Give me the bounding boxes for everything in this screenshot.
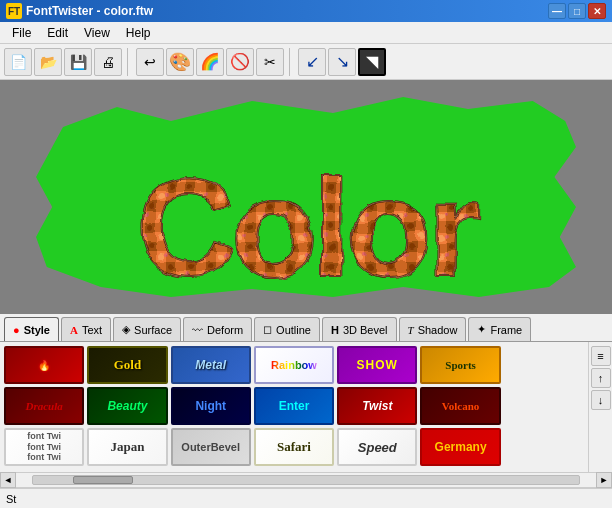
side-down-button[interactable]: ↓ xyxy=(591,390,611,410)
side-up-button[interactable]: ↑ xyxy=(591,368,611,388)
style-button[interactable]: 🎨 xyxy=(166,48,194,76)
toolbar: 📄 📂 💾 🖨 ↩ 🎨 🌈 🚫 ✂ ↙ ↘ ◥ xyxy=(0,44,612,80)
titlebar-controls: — □ ✕ xyxy=(548,3,606,19)
shape-button[interactable]: ◥ xyxy=(358,48,386,76)
minimize-button[interactable]: — xyxy=(548,3,566,19)
tab-text-label: Text xyxy=(82,324,102,336)
style-rainbow[interactable]: Rainbow xyxy=(254,346,334,384)
save-button[interactable]: 💾 xyxy=(64,48,92,76)
tab-style-label: Style xyxy=(24,324,50,336)
tab-shadow-label: Shadow xyxy=(418,324,458,336)
tab-outline-label: Outline xyxy=(276,324,311,336)
surface-tab-icon: ◈ xyxy=(122,323,130,336)
scroll-left-button[interactable]: ◄ xyxy=(0,472,16,488)
menubar: File Edit View Help xyxy=(0,22,612,44)
titlebar: FT FontTwister - color.ftw — □ ✕ xyxy=(0,0,612,22)
window-title: FontTwister - color.ftw xyxy=(26,4,153,18)
tab-frame-label: Frame xyxy=(490,324,522,336)
style-speed[interactable]: Speed xyxy=(337,428,417,466)
menu-help[interactable]: Help xyxy=(118,24,159,42)
tab-text[interactable]: A Text xyxy=(61,317,111,341)
side-menu-button[interactable]: ≡ xyxy=(591,346,611,366)
tab-3dbevel-label: 3D Bevel xyxy=(343,324,388,336)
styles-grid-area: 🔥 Gold Metal Rainbow SHOW Sports Dracula xyxy=(0,342,588,472)
tab-frame[interactable]: ✦ Frame xyxy=(468,317,531,341)
tabs-bar: ● Style A Text ◈ Surface 〰 Deform ◻ Outl… xyxy=(0,314,612,342)
style-show[interactable]: SHOW xyxy=(337,346,417,384)
style-night[interactable]: Night xyxy=(171,387,251,425)
scrollbar-track[interactable] xyxy=(32,475,580,485)
undo-button[interactable]: ↩ xyxy=(136,48,164,76)
tab-surface-label: Surface xyxy=(134,324,172,336)
style-metal[interactable]: Metal xyxy=(171,346,251,384)
open-button[interactable]: 📂 xyxy=(34,48,62,76)
outline-tab-icon: ◻ xyxy=(263,323,272,336)
scroll-right-button[interactable]: ► xyxy=(596,472,612,488)
arrow-left-button[interactable]: ↙ xyxy=(298,48,326,76)
color-button[interactable]: 🌈 xyxy=(196,48,224,76)
style-twist[interactable]: Twist xyxy=(337,387,417,425)
print-button[interactable]: 🖨 xyxy=(94,48,122,76)
shadow-tab-icon: T xyxy=(408,324,414,336)
new-button[interactable]: 📄 xyxy=(4,48,32,76)
color-text-display: Color Color xyxy=(36,97,576,297)
scrollbar-area: ◄ ► xyxy=(0,472,612,488)
arrow-right-button[interactable]: ↘ xyxy=(328,48,356,76)
tab-style[interactable]: ● Style xyxy=(4,317,59,341)
statusbar: St xyxy=(0,488,612,508)
style-dracula[interactable]: Dracula xyxy=(4,387,84,425)
style-japan[interactable]: font Twifont Twifont Twi xyxy=(4,428,84,466)
frame-tab-icon: ✦ xyxy=(477,323,486,336)
style-enter[interactable]: Enter xyxy=(254,387,334,425)
tab-shadow[interactable]: T Shadow xyxy=(399,317,467,341)
maximize-button[interactable]: □ xyxy=(568,3,586,19)
menu-view[interactable]: View xyxy=(76,24,118,42)
tab-surface[interactable]: ◈ Surface xyxy=(113,317,181,341)
tab-deform-label: Deform xyxy=(207,324,243,336)
text-tab-icon: A xyxy=(70,324,78,336)
style-volcano[interactable]: Volcano xyxy=(420,387,500,425)
style-fire[interactable]: 🔥 xyxy=(4,346,84,384)
app-icon: FT xyxy=(6,3,22,19)
status-text: St xyxy=(6,493,16,505)
style-tab-icon: ● xyxy=(13,324,20,336)
tab-deform[interactable]: 〰 Deform xyxy=(183,317,252,341)
canvas-area: Color Color xyxy=(0,80,612,314)
menu-edit[interactable]: Edit xyxy=(39,24,76,42)
scrollbar-thumb[interactable] xyxy=(73,476,133,484)
svg-text:Color: Color xyxy=(136,149,480,282)
remove-button[interactable]: 🚫 xyxy=(226,48,254,76)
styles-grid: 🔥 Gold Metal Rainbow SHOW Sports Dracula xyxy=(4,346,584,466)
titlebar-left: FT FontTwister - color.ftw xyxy=(6,3,153,19)
deform-tab-icon: 〰 xyxy=(192,324,203,336)
effect-button[interactable]: ✂ xyxy=(256,48,284,76)
side-toolbar: ≡ ↑ ↓ xyxy=(588,342,612,472)
style-beauty[interactable]: Beauty xyxy=(87,387,167,425)
bevel-tab-icon: H xyxy=(331,324,339,336)
style-outerbevel[interactable]: OuterBevel xyxy=(171,428,251,466)
separator-2 xyxy=(289,48,293,76)
style-germany[interactable]: Germany xyxy=(420,428,500,466)
separator-1 xyxy=(127,48,131,76)
canvas-inner: Color Color xyxy=(16,87,596,307)
tab-3dbevel[interactable]: H 3D Bevel xyxy=(322,317,397,341)
style-sports[interactable]: Sports xyxy=(420,346,500,384)
tab-outline[interactable]: ◻ Outline xyxy=(254,317,320,341)
style-japan2[interactable]: Japan xyxy=(87,428,167,466)
style-gold[interactable]: Gold xyxy=(87,346,167,384)
menu-file[interactable]: File xyxy=(4,24,39,42)
styles-wrapper: 🔥 Gold Metal Rainbow SHOW Sports Dracula xyxy=(0,342,612,472)
close-button[interactable]: ✕ xyxy=(588,3,606,19)
color-text-svg: Color Color xyxy=(56,112,556,282)
style-safari[interactable]: Safari xyxy=(254,428,334,466)
